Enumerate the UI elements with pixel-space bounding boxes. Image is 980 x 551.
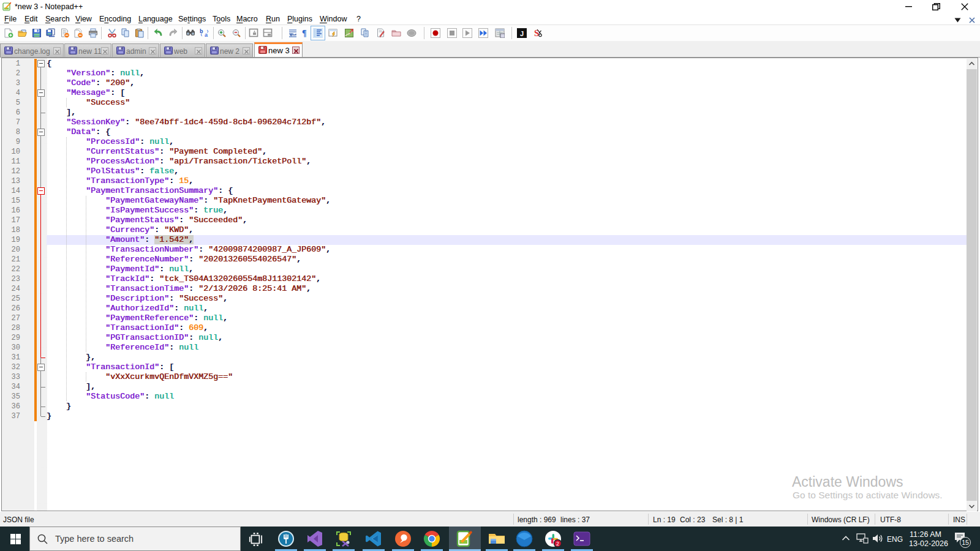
svg-text:J: J: [520, 30, 524, 37]
svg-text:2: 2: [556, 541, 559, 547]
svg-text:¶: ¶: [302, 29, 307, 38]
svg-text:S: S: [534, 28, 539, 38]
